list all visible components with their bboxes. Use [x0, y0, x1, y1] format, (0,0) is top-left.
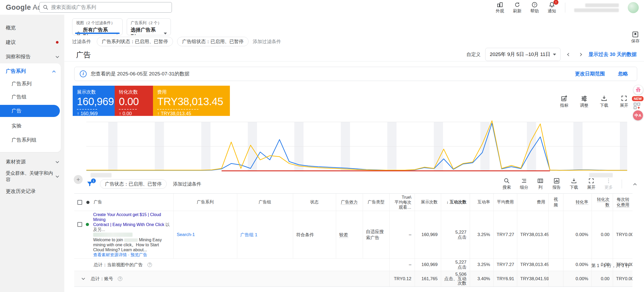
appearance-button[interactable]: 外观	[496, 2, 504, 14]
column-header-interactions[interactable]: 互动次数	[450, 200, 467, 204]
ad-group-link[interactable]: 广告组 1	[240, 232, 257, 237]
scorecard-label: 转化次数	[119, 89, 149, 95]
column-header-avg-cost[interactable]: 平均费用	[497, 200, 514, 204]
expand-label: 展开	[587, 185, 595, 190]
columns-button[interactable]: 列	[537, 178, 543, 190]
scorecard-delta: ↑ TRY38,013.45	[157, 111, 226, 116]
filter-chip-ad-status[interactable]: 广告状态：已启用、已暂停	[100, 179, 167, 189]
column-header-video[interactable]: 视频	[554, 197, 558, 207]
campaign-selector-dropdown[interactable]: 广告系列（2 个） 选择广告系列	[127, 18, 171, 35]
expand-totals-chevron[interactable]	[82, 276, 85, 280]
account-impressions: 161,765	[421, 276, 437, 281]
sidebar-item-campaigns[interactable]: 广告系列	[0, 79, 61, 89]
help-label: 帮助	[530, 8, 539, 14]
ad-headline-line2: Contract | Easy Mining With One Click	[93, 222, 164, 227]
column-header-ad-type[interactable]: 广告类型	[368, 200, 384, 204]
gift-extension-button[interactable]	[634, 85, 643, 95]
scorecard-impressions[interactable]: 展示次数 160,969 ↑ 160,969	[73, 86, 115, 116]
view-selector-dropdown[interactable]: 视图（2 个过滤条件） 所有广告系列	[72, 18, 123, 35]
grid-plus-icon	[633, 102, 641, 110]
dismiss-banner-link[interactable]: 忽略	[618, 70, 628, 77]
sidebar-item-experiments[interactable]: 实验	[0, 121, 61, 131]
scorecard-conversions[interactable]: 转化次数 0.00 ↑ 0.00	[115, 86, 153, 116]
grid-extension-button[interactable]	[633, 102, 641, 110]
title-bar: 广告 自定义 2025年 9月 5日 –10月 11日 显示过去 30 天的数据	[64, 48, 644, 61]
status-value[interactable]: 符合条件	[296, 232, 314, 237]
column-header-ad-strength[interactable]: 广告效力	[341, 200, 358, 205]
expand-icon	[621, 95, 627, 102]
column-header-conv-rate[interactable]: 转化率	[576, 200, 588, 205]
date-mode-label: 自定义	[466, 51, 481, 58]
table-add-filter-button[interactable]: 添加过滤条件	[173, 181, 201, 187]
campaign-link[interactable]: Search-1	[177, 232, 195, 237]
sidebar-item-change-history[interactable]: 更改历史记录	[0, 186, 64, 197]
divider	[622, 180, 622, 188]
column-header-cost[interactable]: 费用	[537, 200, 545, 204]
next-period-button[interactable]	[577, 51, 584, 58]
column-header-cost-per-conv[interactable]: 每次转化费用	[617, 197, 629, 208]
chart-expand-button[interactable]: 展开	[620, 95, 628, 108]
conversions-value: 0.00	[601, 232, 609, 237]
add-filter-button[interactable]: 添加过滤条件	[253, 38, 281, 45]
notifications-button[interactable]: ! 通知	[548, 2, 556, 14]
column-header-status[interactable]: 状态	[310, 200, 319, 204]
previous-period-button[interactable]	[565, 51, 572, 58]
sidebar-item-recommendations[interactable]: 建议	[0, 37, 64, 48]
translate-extension-button[interactable]: 中A	[633, 110, 643, 120]
report-button[interactable]: 报告	[552, 178, 561, 190]
avg-cost-value: TRY7.27	[497, 232, 514, 237]
sidebar-item-audiences[interactable]: 受众群体、关键字和内容	[0, 171, 64, 182]
sidebar-group-campaigns[interactable]: 广告系列	[0, 66, 61, 76]
account-avg-cost: TRY6.91	[497, 276, 514, 281]
show-last-30-days-link[interactable]: 显示过去 30 天的数据	[588, 51, 637, 58]
column-header-ad[interactable]: 广告	[94, 199, 102, 205]
search-icon	[504, 178, 510, 184]
column-header-trueview[interactable]: True\	[402, 195, 411, 199]
sidebar-item-assets[interactable]: 素材资源	[0, 157, 64, 167]
avatar[interactable]	[628, 2, 639, 13]
row-checkbox[interactable]	[77, 222, 82, 227]
filter-chip-campaign-status[interactable]: 广告系列状态：已启用、已暂停	[97, 37, 173, 46]
sidebar-label: 概览	[6, 24, 16, 31]
change-date-range-link[interactable]: 更改日期范围	[575, 70, 605, 77]
collapse-table-button[interactable]	[631, 182, 639, 186]
refresh-button[interactable]: 刷新	[513, 2, 521, 14]
account-trueview: TRY0.12	[394, 276, 411, 281]
help-button[interactable]: ? 帮助	[530, 2, 539, 14]
account-info-redacted[interactable]	[574, 3, 619, 12]
sidebar-item-insights[interactable]: 洞察和报告	[0, 52, 64, 62]
help-circle-icon[interactable]: ?	[118, 276, 122, 281]
sidebar-item-ads-selected[interactable]: 广告	[0, 105, 60, 117]
adjust-button[interactable]: 调整	[580, 95, 588, 108]
metrics-button[interactable]: 指标	[560, 95, 568, 108]
download-icon	[601, 95, 608, 102]
divider	[565, 3, 565, 13]
select-all-checkbox[interactable]	[77, 200, 82, 205]
save-view-button[interactable]: 保存	[628, 31, 643, 44]
sidebar-item-campaign-groups[interactable]: 广告系列组	[0, 135, 61, 145]
column-header-conversions[interactable]: 转化次数	[597, 197, 610, 208]
search-input[interactable]	[51, 4, 168, 10]
table-download-button[interactable]: 下载	[570, 178, 578, 190]
column-header-impressions[interactable]: 展示次数	[421, 200, 438, 204]
column-header-campaign[interactable]: 广告系列	[197, 200, 214, 204]
segment-icon	[521, 178, 527, 184]
column-header-interaction-rate[interactable]: 互动率	[478, 200, 490, 204]
chart-download-button[interactable]: 下载	[600, 95, 608, 108]
global-search-box[interactable]	[39, 2, 172, 13]
ad-strength-value[interactable]: 较差	[339, 232, 348, 238]
sidebar-item-ad-groups[interactable]: 广告组	[0, 92, 61, 102]
filter-chip-adgroup-status[interactable]: 广告组状态：已启用、已暂停	[177, 37, 249, 46]
segment-button[interactable]: 细分	[520, 178, 528, 190]
sidebar-item-overview[interactable]: 概览	[0, 23, 64, 33]
add-button[interactable]: +	[74, 175, 83, 184]
table-expand-button[interactable]: 展开	[587, 178, 595, 190]
left-nav: 概览 建议 洞察和报告 广告系列 广告系列 广告组 广告 实验 广告系列组 素材…	[0, 15, 64, 292]
table-filter-button[interactable]: 1	[86, 181, 93, 187]
date-range-selector[interactable]: 2025年 9月 5日 –10月 11日	[485, 48, 561, 61]
chevron-up-icon	[52, 70, 56, 74]
column-header-ad-group[interactable]: 广告组	[259, 200, 271, 204]
table-search-button[interactable]: 搜索	[503, 178, 511, 190]
scorecard-cost[interactable]: 费用 TRY38,013.45 ↑ TRY38,013.45	[153, 86, 230, 116]
ad-asset-links[interactable]: 查看素材资源详情 · 预览广告	[93, 252, 170, 257]
